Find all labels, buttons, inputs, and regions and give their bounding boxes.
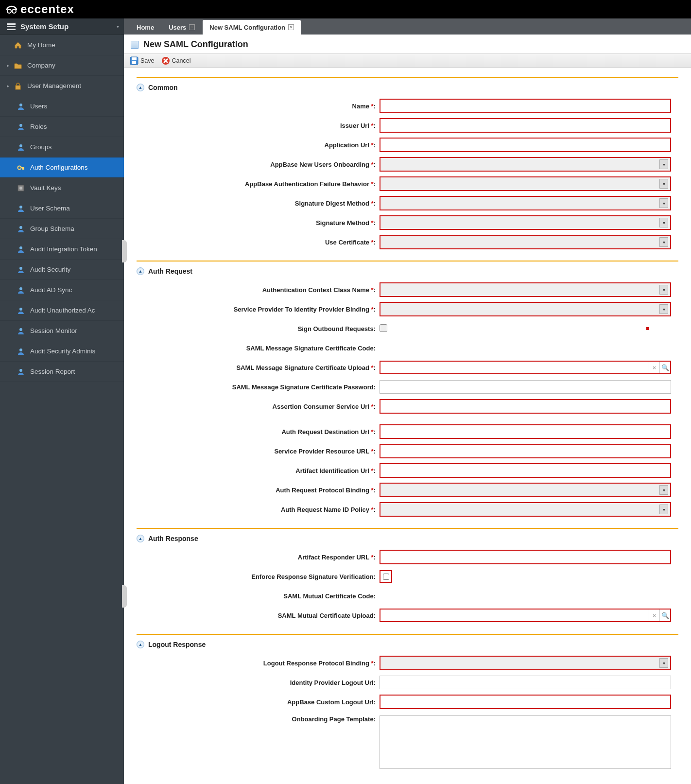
sidebar-item-auth-configurations[interactable]: Auth Configurations [0, 157, 124, 178]
sidebar-collapse-handle[interactable] [122, 585, 127, 608]
input-name[interactable] [380, 99, 671, 113]
sidebar-item-session-report[interactable]: Session Report [0, 362, 124, 382]
label-appbase-logout: AppBase Custom Logout Url [287, 698, 374, 706]
tree-caret-icon: ▸ [7, 63, 12, 68]
sidebar-item-label: Users [30, 103, 47, 110]
search-icon[interactable]: 🔍 [659, 610, 670, 621]
clear-icon[interactable]: × [649, 362, 659, 373]
input-idp-logout[interactable] [380, 676, 671, 689]
chevron-down-icon: ▾ [659, 485, 668, 495]
svg-point-0 [7, 9, 11, 13]
input-acs-url[interactable] [380, 399, 671, 414]
select-nameid-policy[interactable]: ▾ [380, 502, 671, 517]
upload-mutual-cert[interactable]: ×🔍 [380, 609, 671, 622]
select-sp-to-idp[interactable]: ▾ [380, 302, 671, 316]
textarea-onboard-tpl[interactable] [380, 715, 671, 769]
label-enforce-sig: Enforce Response Signature Verification [251, 573, 373, 580]
sidebar-item-company[interactable]: ▸Company [0, 55, 124, 76]
user-icon [17, 367, 25, 376]
input-sp-res-url[interactable] [380, 444, 671, 458]
collapse-icon[interactable]: ▲ [137, 641, 144, 648]
tab-home[interactable]: Home [130, 20, 161, 35]
sidebar-item-audit-unauthorized-ac[interactable]: Audit Unauthorized Ac [0, 300, 124, 321]
checkbox-enforce-sig[interactable] [383, 574, 389, 580]
section-title-auth-request: Auth Request [148, 267, 192, 275]
user-icon [17, 327, 25, 335]
chevron-down-icon: ▾ [659, 658, 668, 668]
upload-sig-cert[interactable]: ×🔍 [380, 361, 671, 374]
close-icon[interactable]: × [288, 24, 294, 30]
sidebar-item-roles[interactable]: Roles [0, 117, 124, 137]
home-icon [14, 41, 22, 50]
folder-icon [14, 61, 22, 70]
sidebar-item-group-schema[interactable]: Group Schema [0, 219, 124, 239]
cancel-label: Cancel [172, 57, 191, 64]
input-application-url[interactable] [380, 138, 671, 152]
user-icon [17, 204, 25, 213]
sidebar-header[interactable]: System Setup ▾ [0, 18, 124, 35]
input-artifact-id-url[interactable] [380, 463, 671, 478]
select-ctx-class[interactable]: ▾ [380, 282, 671, 297]
brand-logo: eccentex [5, 2, 74, 16]
sidebar-item-audit-security-adminis[interactable]: Audit Security Adminis [0, 341, 124, 362]
input-sig-cert-pass[interactable] [380, 380, 671, 394]
sidebar-item-audit-ad-sync[interactable]: Audit AD Sync [0, 280, 124, 300]
select-sig-digest[interactable]: ▾ [380, 196, 671, 210]
sidebar-collapse-handle[interactable] [122, 240, 127, 262]
page-title-bar: New SAML Configuration [124, 35, 691, 53]
main-panel: HomeUsers×New SAML Configuration× New SA… [124, 18, 691, 784]
input-artifact-resp-url[interactable] [380, 550, 671, 564]
select-logout-binding[interactable]: ▾ [380, 656, 671, 670]
select-proto-binding[interactable]: ▾ [380, 483, 671, 497]
sidebar-item-user-schema[interactable]: User Schema [0, 198, 124, 219]
input-issuer-url[interactable] [380, 118, 671, 133]
label-acs-url: Assertion Consumer Service Url [273, 403, 369, 410]
input-appbase-logout[interactable] [380, 695, 671, 709]
hamburger-icon[interactable] [7, 23, 16, 30]
section-common: ▲ Common Name *: Issuer Url *: Applicati… [137, 77, 678, 252]
label-artifact-resp-url: Artifact Responder URL [298, 554, 369, 561]
svg-point-12 [19, 246, 22, 249]
user-icon [17, 347, 25, 356]
label-nameid-policy: Auth Request Name ID Policy [281, 506, 369, 513]
collapse-icon[interactable]: ▲ [137, 535, 144, 542]
select-auth-fail[interactable]: ▾ [380, 176, 671, 191]
svg-point-6 [19, 144, 22, 147]
collapse-icon[interactable]: ▲ [137, 84, 144, 91]
sidebar-item-session-monitor[interactable]: Session Monitor [0, 321, 124, 341]
chevron-down-icon: ▾ [659, 198, 668, 208]
collapse-icon[interactable]: ▲ [137, 267, 144, 275]
select-onboarding[interactable]: ▾ [380, 157, 671, 172]
sidebar-item-users[interactable]: Users [0, 96, 124, 117]
section-auth-response: ▲ Auth Response Artifact Responder URL *… [137, 528, 678, 625]
cancel-button[interactable]: Cancel [159, 55, 193, 67]
sidebar-item-label: User Schema [30, 205, 70, 212]
checkbox-sign-outbound[interactable] [380, 324, 387, 332]
sidebar-item-audit-integration-token[interactable]: Audit Integration Token [0, 239, 124, 260]
label-mutual-cert-code: SAML Mutual Certificate Code [283, 592, 373, 600]
tab-new-saml-configuration[interactable]: New SAML Configuration× [203, 20, 301, 35]
label-application-url: Application Url [325, 141, 369, 149]
select-use-cert[interactable]: ▾ [380, 235, 671, 249]
label-name: Name [352, 103, 369, 110]
close-icon[interactable]: × [189, 24, 195, 30]
sidebar-item-user-management[interactable]: ▸User Management [0, 76, 124, 96]
sidebar-item-label: Session Report [30, 368, 75, 375]
user-icon [17, 102, 25, 111]
checkbox-enforce-sig-wrap [380, 570, 392, 583]
sidebar-item-groups[interactable]: Groups [0, 137, 124, 157]
clear-icon[interactable]: × [649, 610, 659, 621]
sidebar-item-vault-keys[interactable]: Vault Keys [0, 178, 124, 198]
validation-dot-icon [646, 327, 649, 330]
svg-point-4 [19, 104, 22, 106]
save-button[interactable]: Save [128, 55, 156, 67]
select-sig-method[interactable]: ▾ [380, 215, 671, 230]
label-issuer-url: Issuer Url [340, 122, 369, 129]
tab-users[interactable]: Users× [162, 20, 202, 35]
save-label: Save [140, 57, 155, 64]
sidebar-item-label: My Home [27, 41, 55, 49]
sidebar-item-audit-security[interactable]: Audit Security [0, 260, 124, 280]
sidebar-item-my-home[interactable]: My Home [0, 35, 124, 55]
input-dest-url[interactable] [380, 424, 671, 439]
search-icon[interactable]: 🔍 [659, 362, 670, 373]
